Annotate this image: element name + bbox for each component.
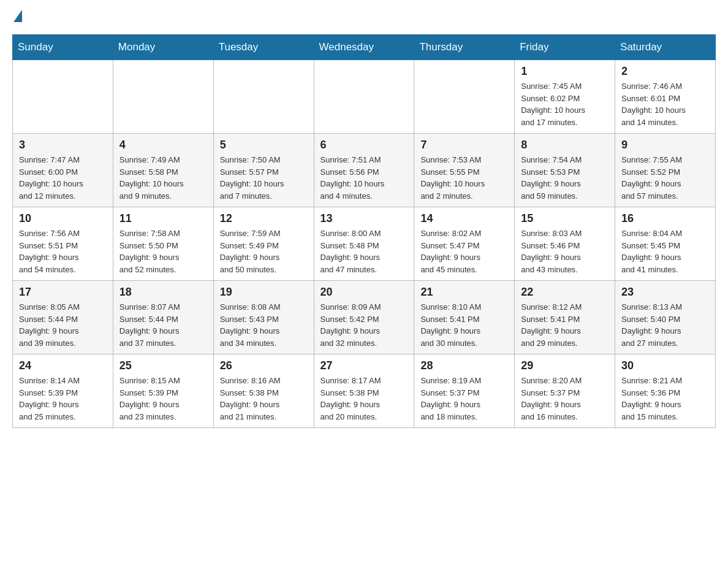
calendar-cell [414, 60, 515, 134]
day-info: Sunrise: 7:59 AMSunset: 5:49 PMDaylight:… [220, 228, 308, 275]
calendar-cell [213, 60, 314, 134]
day-number: 24 [19, 359, 107, 372]
day-number: 10 [19, 212, 107, 225]
calendar-cell: 30Sunrise: 8:21 AMSunset: 5:36 PMDayligh… [615, 354, 716, 428]
calendar-row-4: 24Sunrise: 8:14 AMSunset: 5:39 PMDayligh… [13, 354, 716, 428]
weekday-header-friday: Friday [515, 35, 615, 60]
header [12, 12, 716, 22]
day-info: Sunrise: 8:09 AMSunset: 5:42 PMDaylight:… [320, 301, 408, 349]
day-number: 25 [119, 359, 207, 372]
day-info: Sunrise: 8:02 AMSunset: 5:47 PMDaylight:… [420, 228, 508, 275]
calendar-cell: 1Sunrise: 7:45 AMSunset: 6:02 PMDaylight… [515, 60, 615, 134]
day-number: 7 [420, 139, 508, 151]
day-number: 13 [320, 212, 408, 225]
day-info: Sunrise: 7:49 AMSunset: 5:58 PMDaylight:… [119, 154, 207, 202]
day-info: Sunrise: 7:47 AMSunset: 6:00 PMDaylight:… [19, 154, 107, 202]
weekday-header-thursday: Thursday [414, 35, 515, 60]
calendar-cell: 14Sunrise: 8:02 AMSunset: 5:47 PMDayligh… [414, 207, 515, 281]
calendar-row-0: 1Sunrise: 7:45 AMSunset: 6:02 PMDaylight… [13, 60, 716, 134]
weekday-header-sunday: Sunday [13, 35, 113, 60]
day-info: Sunrise: 8:17 AMSunset: 5:38 PMDaylight:… [320, 375, 408, 423]
day-number: 18 [119, 286, 207, 299]
day-info: Sunrise: 7:53 AMSunset: 5:55 PMDaylight:… [420, 154, 508, 202]
calendar-cell: 22Sunrise: 8:12 AMSunset: 5:41 PMDayligh… [515, 281, 615, 354]
day-info: Sunrise: 8:05 AMSunset: 5:44 PMDaylight:… [19, 301, 107, 349]
day-number: 26 [220, 359, 308, 372]
day-number: 3 [19, 139, 107, 151]
day-number: 22 [521, 286, 609, 299]
weekday-header-wednesday: Wednesday [314, 35, 414, 60]
calendar-cell: 29Sunrise: 8:20 AMSunset: 5:37 PMDayligh… [515, 354, 615, 428]
day-number: 19 [220, 286, 308, 299]
logo-triangle-icon [13, 10, 22, 22]
calendar-cell: 13Sunrise: 8:00 AMSunset: 5:48 PMDayligh… [314, 207, 414, 281]
day-number: 20 [320, 286, 408, 299]
day-info: Sunrise: 7:58 AMSunset: 5:50 PMDaylight:… [119, 228, 207, 275]
day-info: Sunrise: 7:50 AMSunset: 5:57 PMDaylight:… [220, 154, 308, 202]
calendar-cell: 6Sunrise: 7:51 AMSunset: 5:56 PMDaylight… [314, 134, 414, 207]
calendar-cell: 12Sunrise: 7:59 AMSunset: 5:49 PMDayligh… [213, 207, 314, 281]
day-info: Sunrise: 8:04 AMSunset: 5:45 PMDaylight:… [621, 228, 709, 275]
day-info: Sunrise: 8:16 AMSunset: 5:38 PMDaylight:… [220, 375, 308, 423]
calendar-cell: 27Sunrise: 8:17 AMSunset: 5:38 PMDayligh… [314, 354, 414, 428]
day-number: 5 [220, 139, 308, 151]
day-info: Sunrise: 7:51 AMSunset: 5:56 PMDaylight:… [320, 154, 408, 202]
weekday-header-monday: Monday [113, 35, 213, 60]
calendar-cell [113, 60, 213, 134]
day-info: Sunrise: 8:10 AMSunset: 5:41 PMDaylight:… [420, 301, 508, 349]
day-number: 12 [220, 212, 308, 225]
calendar-cell: 10Sunrise: 7:56 AMSunset: 5:51 PMDayligh… [13, 207, 113, 281]
calendar-cell: 18Sunrise: 8:07 AMSunset: 5:44 PMDayligh… [113, 281, 213, 354]
calendar-row-3: 17Sunrise: 8:05 AMSunset: 5:44 PMDayligh… [13, 281, 716, 354]
day-info: Sunrise: 8:03 AMSunset: 5:46 PMDaylight:… [521, 228, 609, 275]
calendar-cell: 17Sunrise: 8:05 AMSunset: 5:44 PMDayligh… [13, 281, 113, 354]
day-number: 9 [621, 139, 709, 151]
calendar-cell: 23Sunrise: 8:13 AMSunset: 5:40 PMDayligh… [615, 281, 716, 354]
day-number: 8 [521, 139, 609, 151]
calendar-cell: 26Sunrise: 8:16 AMSunset: 5:38 PMDayligh… [213, 354, 314, 428]
day-number: 28 [420, 359, 508, 372]
day-number: 15 [521, 212, 609, 225]
calendar-row-1: 3Sunrise: 7:47 AMSunset: 6:00 PMDaylight… [13, 134, 716, 207]
day-number: 11 [119, 212, 207, 225]
calendar-cell: 24Sunrise: 8:14 AMSunset: 5:39 PMDayligh… [13, 354, 113, 428]
day-number: 16 [621, 212, 709, 225]
calendar-cell: 5Sunrise: 7:50 AMSunset: 5:57 PMDaylight… [213, 134, 314, 207]
weekday-header-row: SundayMondayTuesdayWednesdayThursdayFrid… [13, 35, 716, 60]
day-number: 4 [119, 139, 207, 151]
calendar-cell: 20Sunrise: 8:09 AMSunset: 5:42 PMDayligh… [314, 281, 414, 354]
weekday-header-saturday: Saturday [615, 35, 716, 60]
day-info: Sunrise: 8:13 AMSunset: 5:40 PMDaylight:… [621, 301, 709, 349]
day-info: Sunrise: 8:19 AMSunset: 5:37 PMDaylight:… [420, 375, 508, 423]
day-info: Sunrise: 8:15 AMSunset: 5:39 PMDaylight:… [119, 375, 207, 423]
day-info: Sunrise: 8:21 AMSunset: 5:36 PMDaylight:… [621, 375, 709, 423]
day-info: Sunrise: 8:08 AMSunset: 5:43 PMDaylight:… [220, 301, 308, 349]
day-info: Sunrise: 8:14 AMSunset: 5:39 PMDaylight:… [19, 375, 107, 423]
calendar-cell: 16Sunrise: 8:04 AMSunset: 5:45 PMDayligh… [615, 207, 716, 281]
calendar-cell: 21Sunrise: 8:10 AMSunset: 5:41 PMDayligh… [414, 281, 515, 354]
day-number: 27 [320, 359, 408, 372]
calendar-cell: 28Sunrise: 8:19 AMSunset: 5:37 PMDayligh… [414, 354, 515, 428]
day-number: 6 [320, 139, 408, 151]
calendar-table: SundayMondayTuesdayWednesdayThursdayFrid… [12, 34, 716, 428]
weekday-header-tuesday: Tuesday [213, 35, 314, 60]
calendar-cell: 3Sunrise: 7:47 AMSunset: 6:00 PMDaylight… [13, 134, 113, 207]
calendar-cell [13, 60, 113, 134]
day-number: 1 [521, 65, 609, 78]
day-number: 23 [621, 286, 709, 299]
day-info: Sunrise: 8:20 AMSunset: 5:37 PMDaylight:… [521, 375, 609, 423]
logo-top [12, 12, 23, 22]
calendar-cell: 15Sunrise: 8:03 AMSunset: 5:46 PMDayligh… [515, 207, 615, 281]
day-info: Sunrise: 7:45 AMSunset: 6:02 PMDaylight:… [521, 80, 609, 128]
day-number: 17 [19, 286, 107, 299]
calendar-cell: 11Sunrise: 7:58 AMSunset: 5:50 PMDayligh… [113, 207, 213, 281]
day-number: 2 [621, 65, 709, 78]
day-number: 29 [521, 359, 609, 372]
calendar-cell: 4Sunrise: 7:49 AMSunset: 5:58 PMDaylight… [113, 134, 213, 207]
day-number: 14 [420, 212, 508, 225]
day-info: Sunrise: 8:12 AMSunset: 5:41 PMDaylight:… [521, 301, 609, 349]
calendar-cell: 25Sunrise: 8:15 AMSunset: 5:39 PMDayligh… [113, 354, 213, 428]
calendar-cell: 7Sunrise: 7:53 AMSunset: 5:55 PMDaylight… [414, 134, 515, 207]
calendar-cell: 2Sunrise: 7:46 AMSunset: 6:01 PMDaylight… [615, 60, 716, 134]
logo [12, 12, 23, 22]
